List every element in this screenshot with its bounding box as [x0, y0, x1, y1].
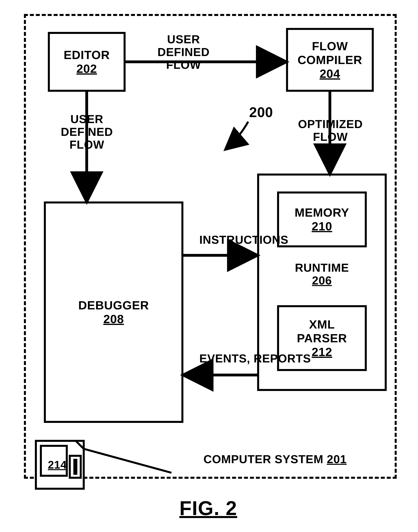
disk-ref: 214: [48, 459, 67, 471]
optimized-flow-label: OPTIMIZED FLOW: [298, 118, 363, 143]
runtime-title: RUNTIME 206: [291, 261, 353, 287]
editor-title: EDITOR: [64, 48, 110, 62]
user-defined-flow-top: USER DEFINED FLOW: [157, 33, 210, 71]
compiler-box: FLOW COMPILER 204: [286, 28, 374, 92]
debugger-title: DEBUGGER: [78, 298, 149, 312]
debugger-box: DEBUGGER 208: [44, 202, 183, 423]
xmlparser-title2: PARSER: [297, 331, 347, 345]
instructions-label: INSTRUCTIONS: [199, 233, 289, 246]
memory-ref: 210: [312, 219, 332, 233]
ref-200: 200: [249, 105, 273, 120]
editor-box: EDITOR 202: [48, 32, 126, 92]
memory-box: MEMORY 210: [277, 192, 367, 247]
disk-icon: 214: [34, 439, 86, 491]
events-reports-label: EVENTS, REPORTS: [199, 352, 311, 365]
compiler-ref: 204: [320, 67, 340, 81]
svg-rect-4: [73, 459, 77, 475]
xmlparser-title1: XML: [309, 318, 335, 331]
xmlparser-ref: 212: [312, 345, 332, 359]
compiler-title1: FLOW: [312, 39, 348, 53]
user-defined-flow-left: USER DEFINED FLOW: [61, 113, 113, 151]
debugger-ref: 208: [103, 312, 124, 326]
compiler-title2: COMPILER: [298, 53, 362, 67]
system-label: COMPUTER SYSTEM 201: [187, 453, 363, 466]
diagram-canvas: EDITOR 202 FLOW COMPILER 204 MEMORY 210 …: [0, 0, 418, 532]
editor-ref: 202: [76, 62, 97, 76]
figure-caption: FIG. 2: [179, 497, 237, 520]
memory-title: MEMORY: [295, 206, 349, 219]
